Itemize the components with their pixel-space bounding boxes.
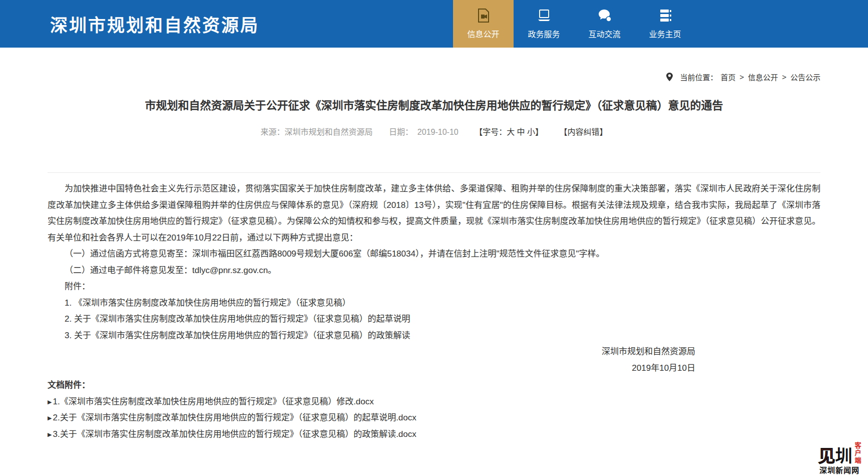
- chat-icon: [597, 8, 612, 23]
- doc-attachment-link-3[interactable]: ▶3.关于《深圳市落实住房制度改革加快住房用地供应的暂行规定》（征求意见稿）的政…: [48, 426, 820, 443]
- triangle-marker-icon: ▶: [48, 399, 52, 405]
- attachment-item-1: 1. 《深圳市落实住房制度改革加快住房用地供应的暂行规定》（征求意见稿）: [48, 295, 820, 312]
- nav-item-interaction[interactable]: 互动交流: [574, 0, 635, 48]
- site-logo-title: 深圳市规划和自然资源局: [50, 0, 259, 48]
- laptop-icon: [537, 8, 552, 23]
- nav-item-info-disclosure[interactable]: 信息公开: [453, 0, 514, 48]
- nav-item-label: 互动交流: [588, 28, 620, 40]
- document-icon: [476, 8, 491, 23]
- doc-attachments-section: 文档附件： ▶1.《深圳市落实住房制度改革加快住房用地供应的暂行规定》（征求意见…: [48, 377, 820, 442]
- triangle-marker-icon: ▶: [48, 415, 52, 421]
- doc-attachment-link-1[interactable]: ▶1.《深圳市落实住房制度改革加快住房用地供应的暂行规定》（征求意见稿）修改.d…: [48, 394, 820, 410]
- breadcrumb-separator: >: [739, 73, 744, 81]
- article-date-label: 日期：: [389, 128, 413, 136]
- nav-item-business-home[interactable]: 业务主页: [635, 0, 695, 48]
- news-site-watermark: 见圳 客户端 深圳新闻网: [812, 441, 867, 475]
- breadcrumb-home[interactable]: 首页: [720, 72, 735, 82]
- watermark-logo: 见圳 客户端: [812, 441, 867, 464]
- breadcrumb: 当前位置： 首页 > 信息公开 > 公告公示: [48, 72, 820, 82]
- attachment-item-2: 2. 关于《深圳市落实住房制度改革加快住房用地供应的暂行规定》（征求意见稿）的起…: [48, 311, 820, 328]
- signature-block: 深圳市规划和自然资源局 2019年10月10日: [48, 344, 820, 376]
- doc-attachment-text: 2.关于《深圳市落实住房制度改革加快住房用地供应的暂行规定》（征求意见稿）的起草…: [53, 413, 416, 422]
- body-paragraph-mail-option: （一）通过信函方式将意见寄至：深圳市福田区红荔西路8009号规划大厦606室（邮…: [48, 246, 820, 263]
- watermark-site-name: 深圳新闻网: [812, 464, 867, 475]
- watermark-logo-glyphs: 见圳: [818, 447, 852, 464]
- doc-attachments-label: 文档附件：: [48, 377, 820, 394]
- article-body: 为加快推进中国特色社会主义先行示范区建设，贯彻落实国家关于加快住房制度改革，建立…: [48, 172, 820, 442]
- page-title: 市规划和自然资源局关于公开征求《深圳市落实住房制度改革加快住房用地供应的暂行规定…: [48, 98, 820, 113]
- site-header: 深圳市规划和自然资源局 信息公开 政务服务: [0, 0, 868, 48]
- attachment-item-3: 3. 关于《深圳市落实住房制度改革加快住房用地供应的暂行规定》（征求意见稿）的政…: [48, 328, 820, 344]
- article-date-value: 2019-10-10: [417, 128, 459, 136]
- nav-item-gov-services[interactable]: 政务服务: [514, 0, 574, 48]
- main-nav: 信息公开 政务服务 互动交流: [453, 0, 695, 48]
- watermark-glyph-jian: 见: [818, 446, 835, 465]
- body-paragraph-email-option: （二）通过电子邮件将意见发至：tdlyc@pnr.sz.gov.cn。: [48, 263, 820, 279]
- breadcrumb-announcements[interactable]: 公告公示: [790, 72, 820, 82]
- triangle-marker-icon: ▶: [48, 431, 52, 437]
- breadcrumb-label: 当前位置：: [680, 72, 717, 82]
- signature-org: 深圳市规划和自然资源局: [48, 344, 695, 360]
- server-icon: [658, 8, 673, 23]
- nav-item-label: 业务主页: [649, 28, 681, 40]
- nav-item-label: 信息公开: [467, 28, 499, 40]
- doc-attachment-link-2[interactable]: ▶2.关于《深圳市落实住房制度改革加快住房用地供应的暂行规定》（征求意见稿）的起…: [48, 410, 820, 426]
- watermark-client-label: 客户端: [854, 441, 861, 464]
- breadcrumb-info-disclosure[interactable]: 信息公开: [748, 72, 778, 82]
- signature-date: 2019年10月10日: [48, 360, 695, 377]
- article-meta: 来源：深圳市规划和自然资源局 日期： 2019-10-10 【字号：大 中 小】…: [0, 125, 868, 137]
- content-correction-button[interactable]: 【内容纠错】: [560, 128, 608, 136]
- watermark-glyph-zhen: 圳: [835, 446, 852, 465]
- nav-item-label: 政务服务: [528, 28, 560, 40]
- doc-attachment-text: 1.《深圳市落实住房制度改革加快住房用地供应的暂行规定》（征求意见稿）修改.do…: [53, 397, 373, 406]
- breadcrumb-separator: >: [782, 73, 786, 81]
- font-size-switcher[interactable]: 【字号：大 中 小】: [475, 128, 543, 136]
- article-date: 日期： 2019-10-10: [389, 128, 459, 136]
- attachments-heading: 附件：: [48, 279, 820, 295]
- article-source: 来源：深圳市规划和自然资源局: [260, 128, 372, 136]
- location-pin-icon: [666, 73, 673, 81]
- body-paragraph: 为加快推进中国特色社会主义先行示范区建设，贯彻落实国家关于加快住房制度改革，建立…: [48, 181, 820, 246]
- doc-attachment-text: 3.关于《深圳市落实住房制度改革加快住房用地供应的暂行规定》（征求意见稿）的政策…: [53, 429, 416, 439]
